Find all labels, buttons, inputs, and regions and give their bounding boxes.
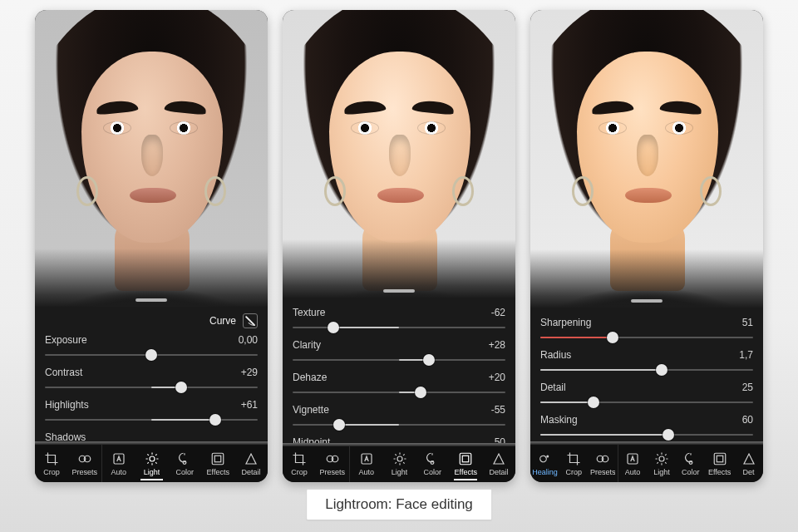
slider-value: 50 — [495, 436, 505, 442]
slider-track[interactable] — [293, 354, 505, 366]
slider-track[interactable] — [45, 349, 258, 361]
slider-track[interactable] — [540, 397, 753, 408]
tool-detail[interactable]: Detail — [234, 445, 268, 482]
bottom-toolbar: Crop Presets Auto Light Color Effects — [35, 444, 268, 482]
tool-presets[interactable]: Presets — [589, 445, 618, 482]
slider-track[interactable] — [45, 382, 258, 393]
slider-value: +20 — [489, 372, 505, 383]
slider-track[interactable] — [540, 364, 753, 376]
tool-label: Color — [682, 468, 700, 476]
tool-detail[interactable]: Det — [734, 445, 763, 482]
slider-value: 25 — [742, 382, 753, 393]
tool-label: Crop — [43, 468, 60, 476]
edited-photo[interactable] — [530, 10, 763, 308]
svg-rect-5 — [212, 453, 224, 465]
slider-track[interactable] — [293, 322, 505, 333]
slider-thumb[interactable] — [415, 387, 426, 398]
slider-masking: Masking 60 — [540, 410, 753, 441]
svg-point-3 — [150, 456, 155, 461]
tool-effects[interactable]: Effects — [201, 445, 234, 482]
tool-effects[interactable]: Effects — [705, 445, 734, 482]
slider-detail: Detail 25 — [540, 377, 753, 410]
edited-photo[interactable] — [35, 10, 268, 307]
slider-thumb[interactable] — [588, 397, 599, 408]
slider-thumb[interactable] — [209, 414, 221, 426]
tool-label: Det — [743, 468, 755, 476]
tool-presets[interactable]: Presets — [316, 446, 349, 482]
tool-label: Crop — [566, 468, 583, 476]
tool-presets[interactable]: Presets — [68, 445, 101, 482]
edited-photo[interactable] — [283, 10, 515, 298]
caption: Lightroom: Face editing — [306, 489, 492, 520]
panel-drag-handle[interactable] — [383, 289, 415, 293]
slider-thumb[interactable] — [145, 349, 157, 361]
presets-icon — [77, 451, 92, 466]
tool-crop[interactable]: Crop — [283, 446, 316, 482]
tool-color[interactable]: Color — [168, 445, 201, 482]
slider-sharpening: Sharpening 51 — [540, 313, 753, 345]
color-icon — [425, 451, 440, 466]
slider-thumb[interactable] — [607, 332, 618, 343]
slider-label: Exposure — [45, 334, 87, 346]
tool-auto[interactable]: Auto — [350, 446, 383, 482]
tool-auto[interactable]: Auto — [618, 445, 648, 482]
panel-drag-handle[interactable] — [631, 299, 663, 303]
slider-texture: Texture -62 — [293, 303, 505, 335]
slider-thumb[interactable] — [656, 364, 667, 376]
tool-crop[interactable]: Crop — [35, 445, 68, 482]
svg-point-4 — [183, 461, 186, 464]
curve-icon[interactable] — [243, 313, 258, 328]
bottom-toolbar: Crop Presets Auto Light Color Effects — [283, 446, 515, 482]
tool-label: Presets — [320, 468, 346, 476]
light-icon — [392, 451, 407, 466]
tool-color[interactable]: Color — [416, 446, 449, 482]
tool-healing[interactable]: Healing — [530, 445, 559, 482]
phone-screen: Sharpening 51 Radius 1,7 Detail 25 — [530, 10, 763, 482]
slider-exposure: Exposure 0,00 — [45, 330, 258, 362]
tool-effects[interactable]: Effects — [449, 446, 482, 482]
svg-point-11 — [431, 461, 434, 465]
slider-track[interactable] — [540, 332, 753, 343]
tool-label: Auto — [111, 468, 126, 476]
tool-label: Detail — [490, 468, 509, 476]
slider-thumb[interactable] — [333, 419, 345, 431]
slider-track[interactable] — [540, 429, 753, 441]
slider-dehaze: Dehaze +20 — [293, 367, 505, 400]
light-icon — [145, 451, 160, 466]
detail-icon — [491, 451, 506, 466]
tool-light[interactable]: Light — [383, 446, 416, 482]
phone-screen: Curve Exposure 0,00 Contrast +29 H — [35, 10, 268, 482]
effects-icon — [458, 451, 473, 466]
tool-light[interactable]: Light — [648, 445, 677, 482]
slider-track[interactable] — [293, 419, 505, 431]
slider-track[interactable] — [45, 414, 258, 426]
tool-auto[interactable]: Auto — [102, 445, 135, 482]
panel-header: Curve — [45, 312, 258, 330]
slider-label: Clarity — [293, 339, 321, 351]
tool-label: Presets — [590, 468, 616, 476]
slider-track[interactable] — [293, 387, 505, 398]
tool-crop[interactable]: Crop — [559, 445, 589, 482]
slider-radius: Radius 1,7 — [540, 345, 753, 377]
slider-thumb[interactable] — [328, 322, 339, 333]
slider-shadows: Shadows — [45, 427, 258, 442]
tool-color[interactable]: Color — [676, 445, 705, 482]
effects-icon — [712, 451, 727, 466]
tool-label: Light — [144, 468, 160, 476]
adjustments-panel: Curve Exposure 0,00 Contrast +29 H — [35, 307, 268, 442]
tool-label: Crop — [291, 468, 308, 476]
slider-label: Radius — [540, 349, 571, 361]
effects-icon — [210, 451, 225, 466]
slider-value: -62 — [491, 307, 505, 318]
slider-thumb[interactable] — [423, 354, 435, 366]
slider-thumb[interactable] — [663, 429, 674, 441]
svg-point-19 — [659, 456, 664, 461]
slider-value: +29 — [241, 367, 258, 378]
adjustments-panel: Sharpening 51 Radius 1,7 Detail 25 — [530, 308, 763, 441]
tool-light[interactable]: Light — [135, 445, 169, 482]
slider-thumb[interactable] — [175, 382, 187, 393]
slider-label: Shadows — [45, 431, 86, 442]
panel-drag-handle[interactable] — [135, 298, 167, 302]
svg-rect-6 — [214, 456, 221, 462]
tool-detail[interactable]: Detail — [482, 446, 515, 482]
